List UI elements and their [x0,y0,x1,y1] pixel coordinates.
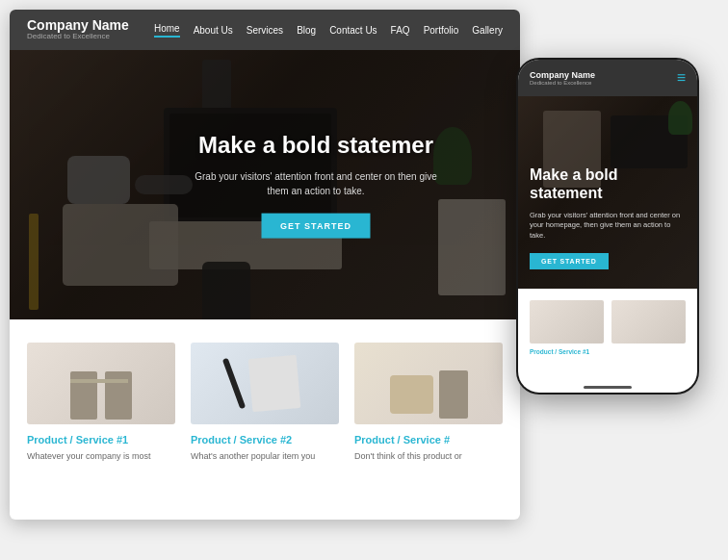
mobile-product-image-2 [611,300,686,344]
nav-link-portfolio[interactable]: Portfolio [424,25,459,36]
product-title-2: Product / Service #2 [191,434,339,445]
mobile-hero-subtitle: Grab your visitors' attention front and … [530,211,686,242]
mobile-hero-cta-button[interactable]: GET STARTED [530,253,609,269]
hero-content: Make a bold statemer Grab your visitors'… [189,132,444,239]
mobile-screen: Company Name Dedicated to Excellence ≡ M… [518,60,697,393]
product-card-2: Product / Service #2 What's another popu… [191,343,339,463]
product-image-2 [191,343,339,424]
hero-title: Make a bold statemer [189,132,444,160]
mobile-product-card-1: Product / Service #1 [530,300,604,355]
mobile-product-title-1: Product / Service #1 [530,348,604,355]
mobile-product-image-1 [530,300,604,344]
product-title-1: Product / Service #1 [27,434,175,445]
mobile-hero-title: Make a bold statement [530,165,686,202]
mobile-brand-block: Company Name Dedicated to Excellence [530,70,595,86]
bag-shape [390,375,433,414]
product-image-3 [354,343,503,424]
product-desc-3: Don't think of this product or [354,450,503,463]
mobile-hero: Make a bold statement Grab your visitors… [518,96,697,289]
mobile-hero-content: Make a bold statement Grab your visitors… [530,165,686,269]
notepad-shape [248,355,301,412]
hero-subtitle: Grab your visitors' attention front and … [189,168,444,197]
brand-name: Company Name [27,18,129,33]
desktop-browser-mockup: Company Name Dedicated to Excellence Hom… [10,10,520,520]
nav-link-about[interactable]: About Us [194,25,233,36]
nav-links: Home About Us Services Blog Contact Us F… [154,23,503,38]
product-desc-2: What's another popular item you [191,450,339,463]
mobile-home-indicator [584,386,632,389]
product-image-1 [27,343,175,424]
nav-link-gallery[interactable]: Gallery [472,25,503,36]
desktop-hero: Make a bold statemer Grab your visitors'… [10,50,520,319]
brand-tagline: Dedicated to Excellence [27,33,129,41]
nav-link-contact[interactable]: Contact Us [329,25,377,36]
product-card-3: Product / Service # Don't think of this … [354,343,503,463]
desktop-navbar: Company Name Dedicated to Excellence Hom… [10,10,520,50]
mobile-device-mockup: Company Name Dedicated to Excellence ≡ M… [516,58,699,395]
products-section: Product / Service #1 Whatever your compa… [10,319,520,472]
nav-link-home[interactable]: Home [154,23,180,38]
nav-link-services[interactable]: Services [247,25,283,36]
product-card-1: Product / Service #1 Whatever your compa… [27,343,175,463]
product-title-3: Product / Service # [354,434,503,445]
nav-link-faq[interactable]: FAQ [391,25,410,36]
hero-cta-button[interactable]: GET STARTED [261,213,371,238]
mobile-product-card-2 [611,300,686,355]
product-desc-1: Whatever your company is most [27,450,175,463]
mobile-navbar: Company Name Dedicated to Excellence ≡ [518,60,697,96]
mobile-brand-tagline: Dedicated to Excellence [530,80,595,86]
pen-shape [222,358,246,410]
brand-block: Company Name Dedicated to Excellence [27,18,129,41]
mobile-products-section: Product / Service #1 [518,289,697,367]
hamburger-menu-icon[interactable]: ≡ [677,69,686,87]
nav-link-blog[interactable]: Blog [297,25,316,36]
mobile-brand-name: Company Name [530,70,595,80]
